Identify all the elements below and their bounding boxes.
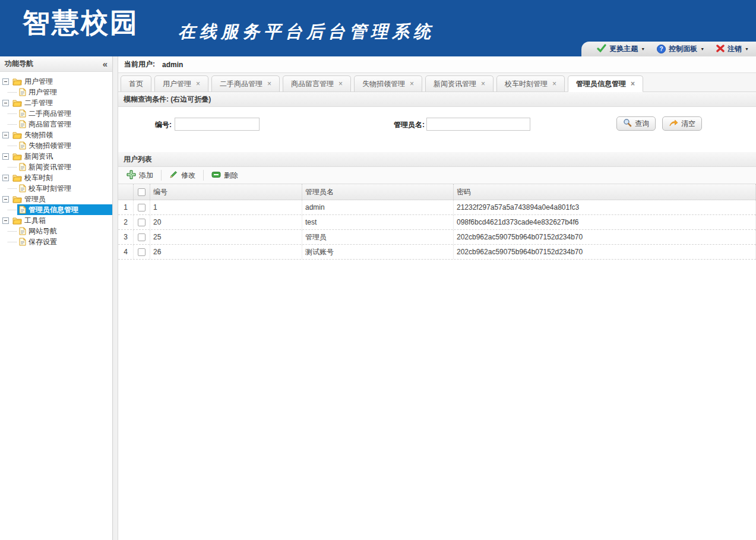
sidebar-splitter[interactable] [113, 56, 118, 540]
tree-collapse-icon[interactable] [2, 78, 9, 85]
sidebar-item-save-settings[interactable]: 保存设置 [0, 236, 112, 247]
edit-button-label: 修改 [181, 170, 195, 181]
tab-news[interactable]: 新闻资讯管理 × [425, 75, 494, 92]
search-icon [623, 118, 632, 129]
file-icon [19, 141, 26, 150]
edit-button[interactable]: 修改 [164, 168, 201, 182]
file-icon [19, 163, 26, 171]
help-icon: ? [657, 45, 666, 53]
sidebar-item-user-mgmt-group[interactable]: 用户管理 [0, 76, 112, 87]
sidebar-item-product-comments[interactable]: 商品留言管理 [0, 119, 112, 130]
sidebar-collapse-icon[interactable]: « [103, 59, 107, 68]
sidebar-item-lost-found-mgmt[interactable]: 失物招领管理 [0, 140, 112, 151]
app-subtitle: 在线服务平台后台管理系统 [178, 20, 435, 44]
folder-icon [12, 78, 22, 86]
sidebar-item-schoolbus-group[interactable]: 校车时刻 [0, 172, 112, 183]
sidebar-item-admin-info-mgmt[interactable]: 管理员信息管理 [0, 204, 112, 215]
add-button[interactable]: 添加 [121, 168, 159, 182]
tab-home[interactable]: 首页 [121, 75, 151, 92]
folder-icon [12, 153, 22, 160]
add-plus-icon [126, 170, 136, 181]
cell-password: 202cb962ac59075b964b07152d234b70 [454, 245, 756, 259]
close-icon[interactable]: × [631, 80, 635, 87]
row-checkbox-cell [134, 215, 150, 229]
table-row[interactable]: 1 1 admin 21232f297a57a5a743894a0e4a801f… [118, 200, 756, 215]
sidebar-item-secondhand-goods[interactable]: 二手商品管理 [0, 108, 112, 119]
sidebar-item-site-nav[interactable]: 网站导航 [0, 226, 112, 236]
folder-icon [12, 131, 22, 139]
cell-id: 1 [150, 200, 302, 214]
column-header-id[interactable]: 编号 [150, 184, 302, 200]
sidebar-item-lost-found-group[interactable]: 失物招领 [0, 130, 112, 140]
sidebar-item-toolbox-group[interactable]: 工具箱 [0, 215, 112, 226]
tab-secondhand-goods[interactable]: 二手商品管理 × [211, 75, 280, 92]
tree-collapse-icon[interactable] [2, 153, 9, 160]
delete-button[interactable]: 删除 [206, 168, 243, 182]
row-number-header [118, 184, 134, 200]
tab-schoolbus[interactable]: 校车时刻管理 × [496, 75, 565, 92]
table-row[interactable]: 4 26 测试账号 202cb962ac59075b964b07152d234b… [118, 245, 756, 260]
admin-name-input[interactable] [426, 118, 530, 131]
tab-users[interactable]: 用户管理 × [154, 75, 208, 92]
search-button[interactable]: 查询 [616, 116, 656, 131]
sidebar-item-admin-group[interactable]: 管理员 [0, 194, 112, 204]
close-icon[interactable]: × [196, 80, 200, 87]
sidebar-item-user-mgmt[interactable]: 用户管理 [0, 87, 112, 97]
clear-arrow-icon [669, 119, 678, 129]
row-number: 3 [118, 230, 134, 244]
id-input[interactable] [175, 118, 260, 131]
control-panel-button[interactable]: ? 控制面板 ▼ [657, 44, 704, 54]
sidebar: 功能导航 « 用户管理 用户管理 二手管理 [0, 56, 113, 540]
tab-label: 首页 [129, 79, 143, 89]
tab-admin-info[interactable]: 管理员信息管理 × [568, 75, 643, 92]
tree-label: 新闻资讯管理 [29, 162, 71, 172]
close-icon[interactable]: × [339, 80, 343, 87]
close-icon[interactable]: × [552, 80, 556, 87]
tree-label: 二手商品管理 [29, 109, 71, 119]
row-checkbox[interactable] [138, 248, 145, 256]
row-checkbox[interactable] [138, 219, 145, 226]
sidebar-header: 功能导航 « [0, 56, 112, 72]
change-theme-button[interactable]: 更换主题 ▼ [597, 44, 645, 54]
close-icon[interactable]: × [481, 80, 485, 87]
tree-collapse-icon[interactable] [2, 132, 9, 138]
app-body: 功能导航 « 用户管理 用户管理 二手管理 [0, 56, 756, 540]
chevron-down-icon[interactable]: ▼ [745, 47, 749, 51]
clear-button[interactable]: 清空 [662, 116, 702, 131]
column-header-password[interactable]: 密码 [454, 184, 756, 200]
sidebar-item-schoolbus-mgmt[interactable]: 校车时刻管理 [0, 183, 112, 194]
select-all-checkbox[interactable] [138, 188, 145, 196]
close-icon[interactable]: × [267, 80, 271, 87]
row-checkbox[interactable] [138, 204, 145, 211]
tree-collapse-icon[interactable] [2, 100, 9, 106]
folder-icon [12, 174, 22, 182]
table-row[interactable]: 3 25 管理员 202cb962ac59075b964b07152d234b7… [118, 230, 756, 245]
toolbar-separator [161, 170, 162, 181]
close-icon[interactable]: × [410, 80, 414, 87]
table-row[interactable]: 2 20 test 098f6bcd4621d373cade4e832627b4… [118, 215, 756, 230]
tab-label: 管理员信息管理 [576, 79, 626, 89]
tab-label: 校车时刻管理 [505, 79, 548, 89]
sidebar-item-secondhand-group[interactable]: 二手管理 [0, 97, 112, 108]
tree-label: 管理员 [24, 194, 46, 204]
sidebar-item-news-group[interactable]: 新闻资讯 [0, 151, 112, 162]
tab-label: 用户管理 [163, 79, 191, 89]
logout-button[interactable]: 注销 ▼ [716, 44, 749, 54]
row-checkbox[interactable] [138, 233, 145, 241]
query-panel-title: 模糊查询条件: (右边可折叠) [124, 94, 211, 105]
column-header-name[interactable]: 管理员名 [302, 184, 454, 200]
sidebar-title: 功能导航 [5, 59, 33, 69]
add-button-label: 添加 [139, 170, 153, 181]
list-panel-header: 用户列表 [118, 152, 756, 167]
query-form: 编号: 管理员名: 查询 清空 [118, 107, 756, 152]
tab-label: 新闻资讯管理 [434, 79, 476, 89]
tab-product-comments[interactable]: 商品留言管理 × [283, 75, 351, 92]
row-checkbox-cell [134, 245, 150, 259]
chevron-down-icon[interactable]: ▼ [700, 47, 704, 51]
sidebar-item-news-mgmt[interactable]: 新闻资讯管理 [0, 162, 112, 172]
tree-collapse-icon[interactable] [2, 217, 9, 224]
chevron-down-icon[interactable]: ▼ [641, 47, 645, 51]
tree-collapse-icon[interactable] [2, 196, 9, 203]
tree-collapse-icon[interactable] [2, 175, 9, 181]
tab-lost-found[interactable]: 失物招领管理 × [354, 75, 422, 92]
